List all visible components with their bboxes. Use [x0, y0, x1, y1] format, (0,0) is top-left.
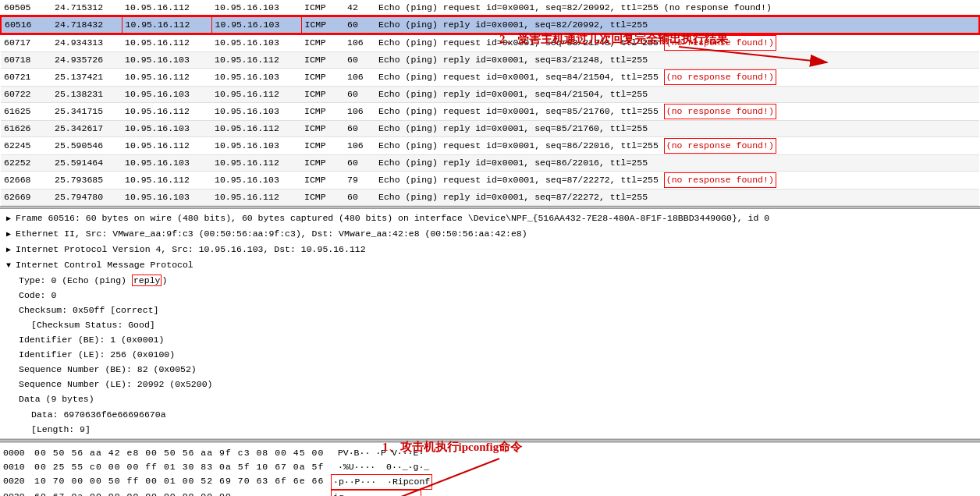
hex-ascii-plain: ·%U···· 0··_·g·_ — [331, 460, 431, 474]
packet-proto: ICMP — [301, 69, 344, 87]
packet-info: Echo (ping) request id=0x0001, seq=86/22… — [378, 140, 659, 151]
packet-no: 60722 — [1, 87, 51, 103]
hex-row: 0030 69 67 0a 00 00 00 00 00 00 00 00 ig… — [0, 490, 980, 496]
packet-no: 62252 — [1, 155, 51, 172]
packet-time: 25.138231 — [51, 87, 122, 103]
table-row[interactable]: 61626 25.342617 10.95.16.103 10.95.16.11… — [1, 121, 979, 137]
code-detail-row: Code: 0 — [0, 288, 980, 303]
packet-info-cell: Echo (ping) reply id=0x0001, seq=84/2150… — [375, 87, 979, 103]
packet-dst: 10.95.16.112 — [211, 87, 301, 103]
packet-no: 60505 — [1, 0, 51, 16]
packet-dst: 10.95.16.103 — [211, 69, 301, 87]
hex-panel: 0000 00 50 56 aa 42 e8 00 50 56 aa 9f c3… — [0, 442, 980, 496]
hex-offset: 0000 — [3, 446, 34, 460]
packet-no: 60721 — [1, 69, 51, 87]
packet-proto: ICMP — [301, 34, 344, 52]
packet-src: 10.95.16.112 — [122, 16, 211, 34]
table-row[interactable]: 62252 25.591464 10.95.16.103 10.95.16.11… — [1, 155, 979, 172]
packet-time: 25.590546 — [51, 137, 122, 155]
packet-src: 10.95.16.112 — [122, 69, 211, 87]
table-row[interactable]: 61625 25.341715 10.95.16.112 10.95.16.10… — [1, 103, 979, 121]
data-header-row[interactable]: Data (9 bytes) — [0, 391, 980, 407]
packet-len: 60 — [344, 87, 375, 103]
packet-proto: ICMP — [301, 87, 344, 103]
packet-proto: ICMP — [301, 172, 344, 190]
data-row: Data: 6970636f6e66696670a — [0, 407, 980, 422]
id-le-row: Identifier (LE): 256 (0x0100) — [0, 347, 980, 362]
packet-src: 10.95.16.103 — [122, 121, 211, 137]
packet-info: Echo (ping) reply id=0x0001, seq=82/2099… — [378, 19, 648, 30]
no-response-badge: (no response found!) — [664, 69, 776, 85]
table-row[interactable]: 60516 24.718432 10.95.16.112 10.95.16.10… — [1, 16, 979, 34]
hex-ascii-boxed: ·p··P··· ·Ripconf — [331, 474, 432, 490]
checksum-status-text: [Checksum Status: Good] — [31, 320, 155, 330]
packet-len: 60 — [344, 16, 375, 34]
table-row[interactable]: 60721 25.137421 10.95.16.112 10.95.16.10… — [1, 69, 979, 87]
packet-dst: 10.95.16.103 — [211, 103, 301, 121]
table-row[interactable]: 62245 25.590546 10.95.16.112 10.95.16.10… — [1, 137, 979, 155]
ip-detail-text: Internet Protocol Version 4, Src: 10.95.… — [16, 244, 366, 254]
packet-no: 60717 — [1, 34, 51, 52]
packet-proto: ICMP — [301, 52, 344, 69]
packet-src: 10.95.16.103 — [122, 155, 211, 172]
hex-row: 0020 10 70 00 00 50 ff 00 01 00 52 69 70… — [0, 474, 980, 490]
packet-info: Echo (ping) request id=0x0001, seq=87/22… — [378, 175, 659, 185]
table-row[interactable]: 62668 25.793685 10.95.16.112 10.95.16.10… — [1, 172, 979, 190]
no-response-badge: (no response found!) — [664, 138, 776, 154]
packet-len: 60 — [344, 121, 375, 137]
table-row[interactable]: 60722 25.138231 10.95.16.103 10.95.16.11… — [1, 87, 979, 103]
packet-len: 106 — [344, 34, 375, 52]
packet-dst: 10.95.16.112 — [211, 190, 301, 206]
code-text: Code: 0 — [19, 290, 56, 300]
packet-proto: ICMP — [301, 0, 344, 16]
packet-src: 10.95.16.112 — [122, 137, 211, 155]
packet-info: Echo (ping) reply id=0x0001, seq=87/2227… — [378, 192, 648, 202]
packet-dst: 10.95.16.112 — [211, 52, 301, 69]
length-row: [Length: 9] — [0, 422, 980, 437]
packet-proto: ICMP — [301, 190, 344, 206]
packet-info: Echo (ping) request id=0x0001, seq=85/21… — [378, 106, 659, 116]
hex-ascii-boxed: ig········ ···· — [331, 490, 421, 496]
packet-list-section: 60505 24.715312 10.95.16.112 10.95.16.10… — [0, 0, 980, 206]
icmp-detail-row[interactable]: Internet Control Message Protocol — [0, 257, 980, 273]
reply-badge: reply — [132, 275, 162, 286]
table-row[interactable]: 60718 24.935726 10.95.16.103 10.95.16.11… — [1, 52, 979, 69]
packet-info-cell: Echo (ping) request id=0x0001, seq=86/22… — [375, 137, 979, 155]
packet-dst: 10.95.16.103 — [211, 16, 301, 34]
packet-src: 10.95.16.112 — [122, 103, 211, 121]
checksum-status-row: [Checksum Status: Good] — [0, 317, 980, 332]
packet-len: 60 — [344, 52, 375, 69]
packet-no: 62245 — [1, 137, 51, 155]
hex-bytes: 69 67 0a 00 00 00 00 00 00 00 00 — [34, 490, 331, 496]
hex-bytes: 00 50 56 aa 42 e8 00 50 56 aa 9f c3 08 0… — [34, 446, 331, 460]
table-row[interactable]: 60717 24.934313 10.95.16.112 10.95.16.10… — [1, 34, 979, 52]
hex-bytes: 10 70 00 00 50 ff 00 01 00 52 69 70 63 6… — [34, 474, 331, 488]
packet-proto: ICMP — [301, 16, 344, 34]
packet-info-cell: Echo (ping) request id=0x0001, seq=87/22… — [375, 172, 979, 190]
data-header-text: Data (9 bytes) — [19, 394, 94, 404]
no-response-badge: (no response found!) — [664, 35, 776, 51]
table-row[interactable]: 60505 24.715312 10.95.16.112 10.95.16.10… — [1, 0, 979, 16]
ip-detail-row[interactable]: Internet Protocol Version 4, Src: 10.95.… — [0, 242, 980, 257]
type-label: Type: 0 (Echo (ping) — [19, 275, 132, 285]
packet-dst: 10.95.16.112 — [211, 155, 301, 172]
packet-time: 24.715312 — [51, 0, 122, 16]
packet-info-cell: Echo (ping) request id=0x0001, seq=85/21… — [375, 103, 979, 121]
id-be-row: Identifier (BE): 1 (0x0001) — [0, 332, 980, 347]
frame-detail-row[interactable]: Frame 60516: 60 bytes on wire (480 bits)… — [0, 211, 980, 226]
packet-info-cell: Echo (ping) request id=0x0001, seq=84/21… — [375, 69, 979, 87]
data-text: Data: 6970636f6e66696670a — [31, 409, 166, 420]
hex-ascii-plain: PV·B·· ·P V···E· — [331, 446, 425, 460]
packet-info-cell: Echo (ping) reply id=0x0001, seq=86/2201… — [375, 155, 979, 172]
packet-no: 60718 — [1, 52, 51, 69]
icmp-detail-text: Internet Control Message Protocol — [16, 260, 194, 270]
packet-dst: 10.95.16.103 — [211, 0, 301, 16]
packet-info-cell: Echo (ping) reply id=0x0001, seq=87/2227… — [375, 190, 979, 206]
type-close: ) — [162, 275, 167, 285]
ethernet-detail-row[interactable]: Ethernet II, Src: VMware_aa:9f:c3 (00:50… — [0, 226, 980, 242]
hex-row: 0010 00 25 55 c0 00 00 ff 01 30 83 0a 5f… — [0, 460, 980, 474]
checksum-detail-row: Checksum: 0x50ff [correct] — [0, 303, 980, 317]
packet-len: 106 — [344, 69, 375, 87]
table-row[interactable]: 62669 25.794780 10.95.16.103 10.95.16.11… — [1, 190, 979, 206]
packet-proto: ICMP — [301, 121, 344, 137]
